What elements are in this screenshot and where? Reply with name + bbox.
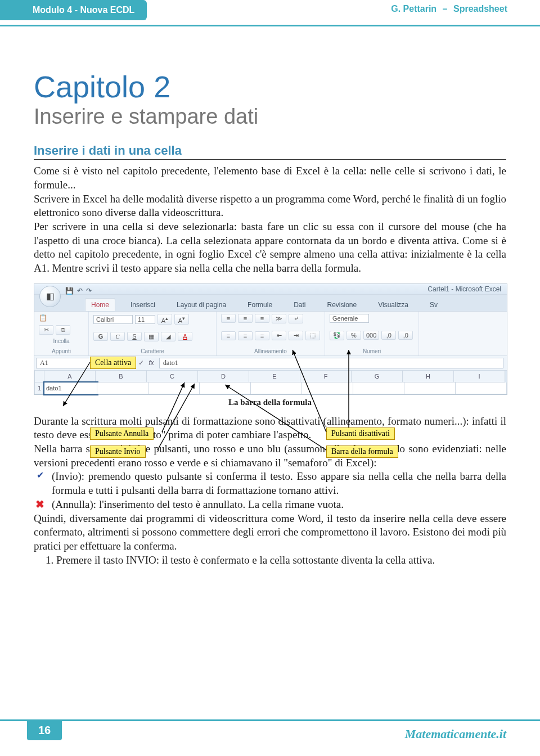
cell[interactable] xyxy=(251,382,302,394)
redo-icon[interactable]: ↷ xyxy=(86,287,92,295)
header-rule xyxy=(0,25,540,26)
number-format-select[interactable]: Generale xyxy=(330,314,369,323)
body-text: Come si è visto nel capitolo precedente,… xyxy=(34,164,506,276)
formula-bar[interactable]: dato1 xyxy=(159,358,503,368)
merge-icon[interactable]: ⬚ xyxy=(305,331,320,340)
chapter-subtitle: Inserire e stampare dati xyxy=(34,105,506,129)
indent-inc-icon[interactable]: ⇥ xyxy=(289,331,303,340)
paragraph: Quindi, diversamente dai programmi di vi… xyxy=(34,512,506,554)
label-barra-formula: Barra della formula xyxy=(326,446,398,458)
undo-icon[interactable]: ↶ xyxy=(77,287,83,295)
cell[interactable] xyxy=(404,382,456,394)
align-mid-icon[interactable]: ≡ xyxy=(238,314,253,323)
numbered-list: Premere il tasto INVIO: il testo è confe… xyxy=(56,554,506,568)
tab-inserisci[interactable]: Inserisci xyxy=(124,298,161,311)
list-text: (Annulla): l'inserimento del testo è ann… xyxy=(52,498,344,512)
list-item: ✔ (Invio): premendo questo pulsante si c… xyxy=(34,470,506,497)
currency-icon[interactable]: 💱 xyxy=(330,331,344,340)
align-right-icon[interactable]: ≡ xyxy=(255,331,269,340)
percent-icon[interactable]: % xyxy=(346,331,361,340)
bullet-list: ✔ (Invio): premendo questo pulsante si c… xyxy=(34,470,506,511)
cell[interactable] xyxy=(456,382,507,394)
label-invio: Pulsante Invio xyxy=(90,446,146,458)
cross-icon: ✖ xyxy=(34,498,46,512)
tab-dati[interactable]: Dati xyxy=(287,298,312,311)
body-text-2: Durante la scrittura molti pulsanti di f… xyxy=(34,415,506,470)
col-header[interactable]: C xyxy=(147,371,198,382)
label-cella-attiva: Cella attiva xyxy=(90,357,136,370)
cell[interactable] xyxy=(148,382,200,394)
select-all-corner[interactable] xyxy=(34,371,44,382)
col-header[interactable]: B xyxy=(96,371,147,382)
header: Modulo 4 - Nuova ECDL G. Pettarin – Spre… xyxy=(0,0,540,20)
paragraph: Come si è visto nel capitolo precedente,… xyxy=(34,164,506,192)
body-text-3: Quindi, diversamente dai programmi di vi… xyxy=(34,512,506,554)
grow-font-icon[interactable]: A▴ xyxy=(158,314,172,325)
copy-icon[interactable]: ⧉ xyxy=(56,325,70,335)
col-header[interactable]: D xyxy=(198,371,249,382)
cell[interactable] xyxy=(302,382,353,394)
shrink-font-icon[interactable]: A▾ xyxy=(174,314,189,325)
col-header[interactable]: H xyxy=(403,371,454,382)
group-name: Appunti xyxy=(39,348,84,354)
fx-icon[interactable]: fx xyxy=(147,359,156,367)
col-header[interactable]: F xyxy=(300,371,352,382)
label-annulla: Pulsante Annulla xyxy=(90,428,154,440)
check-icon: ✔ xyxy=(34,470,46,497)
tab-layout[interactable]: Layout di pagina xyxy=(170,298,232,311)
cell[interactable] xyxy=(97,382,148,394)
underline-button[interactable]: S xyxy=(127,332,142,341)
align-left-icon[interactable]: ≡ xyxy=(221,331,236,340)
enter-icon[interactable]: ✓ xyxy=(137,359,146,367)
ribbon: 📋 ✂⧉ Incolla Appunti Calibri 11 A▴ A▾ G … xyxy=(34,311,507,356)
cut-icon[interactable]: ✂ xyxy=(39,325,53,335)
border-icon[interactable]: ▦ xyxy=(144,332,159,341)
tab-formule[interactable]: Formule xyxy=(241,298,278,311)
col-header[interactable]: I xyxy=(454,371,505,382)
orientation-icon[interactable]: ≫ xyxy=(272,314,286,323)
fill-color-icon[interactable]: ◢ xyxy=(161,332,176,341)
decimal-inc-icon[interactable]: ,0 xyxy=(381,331,396,340)
window-title: Cartel1 - Microsoft Excel xyxy=(428,285,501,293)
align-bot-icon[interactable]: ≡ xyxy=(255,314,269,323)
italic-button[interactable]: C xyxy=(110,332,125,341)
paste-icon[interactable]: 📋 xyxy=(39,314,47,322)
align-center-icon[interactable]: ≡ xyxy=(238,331,253,340)
align-top-icon[interactable]: ≡ xyxy=(221,314,236,323)
decimal-dec-icon[interactable]: ,0 xyxy=(398,331,413,340)
cell[interactable] xyxy=(200,382,251,394)
row-header[interactable]: 1 xyxy=(34,382,44,394)
col-header[interactable]: A xyxy=(44,371,96,382)
indent-dec-icon[interactable]: ⇤ xyxy=(272,331,286,340)
tab-revisione[interactable]: Revisione xyxy=(321,298,363,311)
office-button[interactable]: ◧ xyxy=(39,286,61,307)
tab-more[interactable]: Sv xyxy=(424,298,444,311)
sep: – xyxy=(443,4,448,14)
group-numeri: Generale 💱 % 000 ,0 ,0 Numeri xyxy=(325,312,419,356)
paragraph: Per scrivere in una cella si deve selezi… xyxy=(34,220,506,276)
wrap-icon[interactable]: ⤶ xyxy=(289,314,303,323)
page-number: 16 xyxy=(27,720,62,740)
col-header[interactable]: E xyxy=(249,371,300,382)
ribbon-tabs: Home Inserisci Layout di pagina Formule … xyxy=(34,295,507,311)
font-select[interactable]: Calibri xyxy=(93,315,133,324)
tab-visualizza[interactable]: Visualizza xyxy=(372,298,415,311)
tab-home[interactable]: Home xyxy=(85,298,115,311)
font-color-icon[interactable]: A xyxy=(178,332,192,341)
thousand-icon[interactable]: 000 xyxy=(363,331,379,340)
save-icon[interactable]: 💾 xyxy=(65,287,74,295)
group-appunti: 📋 ✂⧉ Incolla Appunti xyxy=(34,312,89,356)
col-header[interactable]: G xyxy=(352,371,403,382)
list-item: Premere il tasto INVIO: il testo è confe… xyxy=(56,554,506,568)
size-select[interactable]: 11 xyxy=(135,315,155,324)
cell[interactable] xyxy=(353,382,404,394)
group-allineamento: ≡ ≡ ≡ ≫ ⤶ ≡ ≡ ≡ ⇤ ⇥ ⬚ Allineamento xyxy=(217,312,325,356)
bold-button[interactable]: G xyxy=(93,332,108,341)
section-rule xyxy=(34,159,506,160)
label-disattivati: Pulsanti disattivati xyxy=(326,428,395,440)
row: dato1 xyxy=(44,382,507,394)
cell-a1[interactable]: dato1 xyxy=(44,382,97,394)
group-name: Carattere xyxy=(93,348,212,354)
header-title: Spreadsheet xyxy=(453,4,507,14)
section-heading: Inserire i dati in una cella xyxy=(34,143,506,158)
